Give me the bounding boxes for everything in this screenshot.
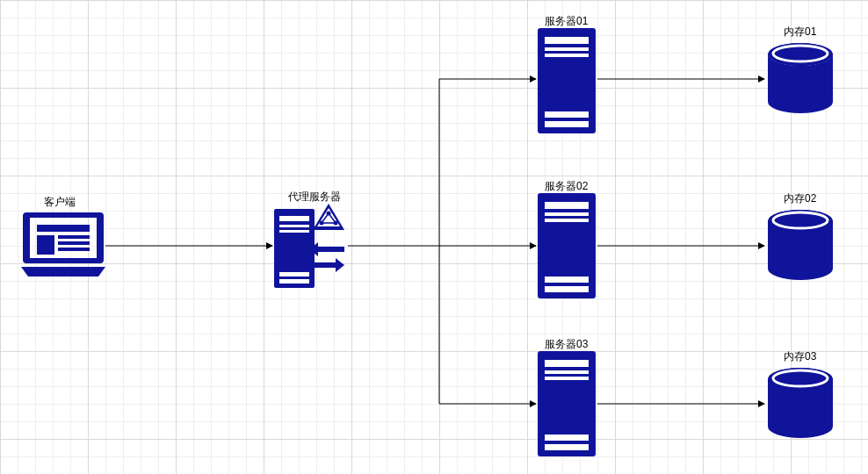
label-storage02: 内存02 bbox=[784, 191, 816, 206]
storage03-icon bbox=[766, 367, 835, 439]
diagram-canvas: 客户端 代理服务器 bbox=[0, 0, 868, 474]
edge-proxy-server01 bbox=[439, 79, 536, 246]
svg-rect-7 bbox=[279, 225, 309, 227]
label-proxy: 代理服务器 bbox=[288, 190, 341, 205]
connectors-layer bbox=[0, 0, 868, 474]
server01-icon bbox=[538, 28, 596, 133]
svg-rect-24 bbox=[545, 202, 589, 209]
server02-icon bbox=[538, 193, 596, 298]
storage02-icon bbox=[766, 209, 835, 281]
proxy-icon bbox=[274, 204, 348, 288]
svg-rect-4 bbox=[58, 248, 90, 251]
label-server01: 服务器01 bbox=[545, 14, 588, 29]
svg-rect-32 bbox=[545, 377, 589, 380]
svg-rect-3 bbox=[58, 241, 90, 245]
svg-rect-20 bbox=[545, 54, 589, 57]
svg-rect-21 bbox=[545, 111, 589, 118]
svg-rect-31 bbox=[545, 370, 589, 374]
svg-rect-34 bbox=[545, 444, 589, 450]
svg-rect-27 bbox=[545, 276, 589, 283]
svg-rect-8 bbox=[279, 230, 309, 233]
label-client: 客户端 bbox=[44, 195, 76, 210]
label-server03: 服务器03 bbox=[545, 337, 588, 352]
svg-rect-9 bbox=[279, 272, 309, 276]
label-server02: 服务器02 bbox=[545, 179, 588, 194]
svg-rect-1 bbox=[37, 235, 54, 255]
edge-proxy-server03 bbox=[439, 246, 536, 404]
label-storage03: 内存03 bbox=[784, 349, 816, 364]
svg-rect-22 bbox=[545, 121, 589, 127]
svg-rect-28 bbox=[545, 286, 589, 292]
svg-rect-30 bbox=[545, 360, 589, 367]
storage01-icon bbox=[766, 42, 835, 114]
label-storage01: 内存01 bbox=[784, 25, 816, 40]
svg-rect-18 bbox=[545, 37, 589, 44]
svg-rect-19 bbox=[545, 47, 589, 51]
svg-rect-33 bbox=[545, 434, 589, 441]
client-icon bbox=[21, 209, 105, 279]
svg-rect-2 bbox=[58, 235, 90, 239]
svg-rect-10 bbox=[279, 279, 309, 284]
svg-rect-25 bbox=[545, 212, 589, 216]
svg-rect-26 bbox=[545, 219, 589, 222]
svg-rect-0 bbox=[37, 225, 90, 232]
server03-icon bbox=[538, 351, 596, 456]
svg-rect-6 bbox=[279, 216, 309, 221]
